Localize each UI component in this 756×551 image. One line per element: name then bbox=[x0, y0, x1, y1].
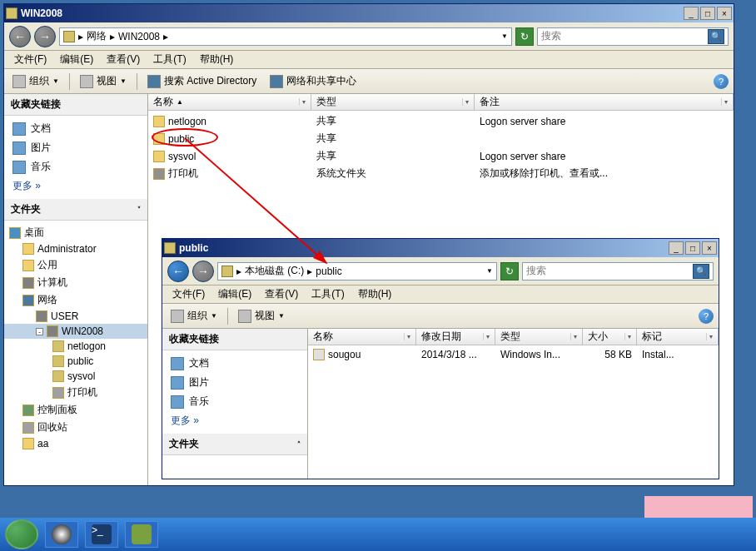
fav-more[interactable]: 更多 » bbox=[162, 411, 307, 430]
col-type[interactable]: 类型▾ bbox=[495, 329, 583, 345]
col-name[interactable]: 名称▲▾ bbox=[148, 94, 311, 110]
start-button[interactable] bbox=[5, 519, 38, 549]
tree-control-panel[interactable]: 控制面板 bbox=[4, 401, 147, 419]
breadcrumb-host[interactable]: WIN2008 bbox=[118, 31, 160, 42]
back-button[interactable]: ← bbox=[9, 26, 31, 47]
file-row-sougou[interactable]: sougou 2014/3/18 ... Windows In... 58 KB… bbox=[308, 347, 719, 362]
close-button[interactable]: × bbox=[702, 241, 717, 255]
help-icon[interactable]: ? bbox=[714, 74, 729, 89]
menu-view[interactable]: 查看(V) bbox=[102, 51, 145, 68]
breadcrumb-network[interactable]: 网络 bbox=[87, 29, 107, 43]
tree-netlogon[interactable]: netlogon bbox=[4, 339, 147, 354]
search-box[interactable]: 搜索 🔍 bbox=[522, 262, 714, 280]
views-icon bbox=[80, 75, 93, 88]
views-button[interactable]: 视图▼ bbox=[77, 72, 130, 90]
control-panel-icon bbox=[22, 405, 34, 416]
col-name[interactable]: 名称▾ bbox=[308, 329, 416, 345]
file-row-public[interactable]: public 共享 bbox=[148, 130, 734, 147]
expand-icon[interactable]: - bbox=[36, 328, 43, 335]
fav-pictures[interactable]: 图片 bbox=[4, 138, 147, 157]
maximize-button[interactable]: □ bbox=[685, 241, 700, 255]
address-bar[interactable]: ▸ 网络 ▸ WIN2008 ▸ ▼ bbox=[59, 27, 512, 46]
menu-help[interactable]: 帮助(H) bbox=[353, 285, 397, 303]
menu-help[interactable]: 帮助(H) bbox=[195, 51, 239, 68]
tree-printers[interactable]: 打印机 bbox=[4, 384, 147, 401]
breadcrumb-folder[interactable]: public bbox=[316, 266, 341, 277]
tree-win2008[interactable]: -WIN2008 bbox=[4, 324, 147, 339]
taskbar: >_ bbox=[0, 518, 756, 551]
maximize-button[interactable]: □ bbox=[700, 7, 715, 20]
network-center-button[interactable]: 网络和共享中心 bbox=[266, 72, 360, 90]
search-button[interactable]: 🔍 bbox=[693, 264, 709, 279]
tree-administrator[interactable]: Administrator bbox=[4, 241, 147, 256]
search-button[interactable]: 🔍 bbox=[708, 29, 724, 44]
forward-button[interactable]: → bbox=[34, 26, 56, 47]
file-row-netlogon[interactable]: netlogon 共享 Logon server share bbox=[148, 112, 734, 130]
file-row-printers[interactable]: 打印机 系统文件夹 添加或移除打印机、查看或... bbox=[148, 165, 734, 182]
tree-user-node[interactable]: USER bbox=[4, 309, 147, 324]
file-row-sysvol[interactable]: sysvol 共享 Logon server share bbox=[148, 147, 734, 165]
tree-recycle-bin[interactable]: 回收站 bbox=[4, 419, 147, 436]
refresh-button[interactable]: ↻ bbox=[500, 262, 519, 280]
help-icon[interactable]: ? bbox=[699, 309, 714, 324]
printer-icon bbox=[52, 387, 64, 399]
fav-more[interactable]: 更多 » bbox=[4, 176, 147, 196]
menu-tools[interactable]: 工具(T) bbox=[306, 285, 349, 303]
refresh-button[interactable]: ↻ bbox=[515, 27, 534, 46]
search-ad-button[interactable]: 搜索 Active Directory bbox=[144, 72, 260, 90]
organize-button[interactable]: 组织▼ bbox=[167, 307, 221, 325]
host-icon bbox=[47, 325, 58, 337]
tree-computer[interactable]: 计算机 bbox=[4, 274, 147, 291]
search-placeholder: 搜索 bbox=[526, 264, 693, 278]
menu-view[interactable]: 查看(V) bbox=[260, 285, 303, 303]
folders-header[interactable]: 文件夹˄ bbox=[162, 434, 307, 455]
col-type[interactable]: 类型▾ bbox=[311, 94, 475, 110]
taskbar-item-vmware[interactable] bbox=[125, 521, 158, 548]
organize-icon bbox=[171, 310, 184, 323]
address-dropdown[interactable]: ▼ bbox=[486, 267, 493, 275]
minimize-button[interactable]: _ bbox=[684, 7, 699, 20]
titlebar-public[interactable]: public _ □ × bbox=[162, 239, 719, 257]
menu-edit[interactable]: 编辑(E) bbox=[55, 51, 98, 68]
tree-sysvol[interactable]: sysvol bbox=[4, 369, 147, 384]
close-button[interactable]: × bbox=[717, 7, 732, 20]
column-headers: 名称▾ 修改日期▾ 类型▾ 大小▾ 标记▾ bbox=[308, 329, 719, 345]
taskbar-item-powershell[interactable]: >_ bbox=[85, 521, 118, 548]
organize-button[interactable]: 组织▼ bbox=[9, 72, 62, 90]
tree-public[interactable]: public bbox=[4, 354, 147, 369]
col-remark[interactable]: 备注▾ bbox=[475, 94, 734, 110]
breadcrumb-disk[interactable]: 本地磁盘 (C:) bbox=[245, 264, 304, 278]
address-bar[interactable]: ▸ 本地磁盘 (C:) ▸ public ▼ bbox=[217, 262, 497, 280]
col-date[interactable]: 修改日期▾ bbox=[416, 329, 495, 345]
tree-public-user[interactable]: 公用 bbox=[4, 256, 147, 274]
menu-edit[interactable]: 编辑(E) bbox=[213, 285, 256, 303]
pictures-icon bbox=[12, 141, 26, 155]
forward-button[interactable]: → bbox=[192, 261, 214, 282]
fav-music[interactable]: 音乐 bbox=[162, 392, 307, 411]
views-button[interactable]: 视图▼ bbox=[235, 307, 288, 325]
minimize-button[interactable]: _ bbox=[669, 241, 684, 255]
taskbar-item-qq[interactable] bbox=[45, 521, 78, 548]
folders-header[interactable]: 文件夹˅ bbox=[4, 199, 147, 221]
search-box[interactable]: 搜索 🔍 bbox=[537, 27, 729, 46]
menu-file[interactable]: 文件(F) bbox=[167, 285, 210, 303]
fav-music[interactable]: 音乐 bbox=[4, 157, 147, 176]
expand-icon[interactable]: ˄ bbox=[297, 440, 301, 448]
tree-desktop[interactable]: 桌面 bbox=[4, 224, 147, 241]
address-dropdown[interactable]: ▼ bbox=[501, 32, 508, 40]
titlebar-main[interactable]: WIN2008 _ □ × bbox=[4, 4, 734, 22]
fav-documents[interactable]: 文档 bbox=[4, 119, 147, 138]
menu-tools[interactable]: 工具(T) bbox=[148, 51, 191, 68]
file-list-pane: 名称▾ 修改日期▾ 类型▾ 大小▾ 标记▾ sougou 2014/3/18 .… bbox=[308, 329, 719, 479]
fav-documents[interactable]: 文档 bbox=[162, 354, 307, 373]
col-size[interactable]: 大小▾ bbox=[583, 329, 637, 345]
share-folder-icon bbox=[153, 133, 165, 145]
menu-file[interactable]: 文件(F) bbox=[9, 51, 52, 68]
col-tags[interactable]: 标记▾ bbox=[637, 329, 719, 345]
tree-network[interactable]: 网络 bbox=[4, 291, 147, 309]
tree-aa[interactable]: aa bbox=[4, 436, 147, 451]
fav-pictures[interactable]: 图片 bbox=[162, 373, 307, 392]
collapse-icon[interactable]: ˅ bbox=[137, 206, 141, 213]
music-icon bbox=[12, 161, 26, 174]
back-button[interactable]: ← bbox=[167, 261, 189, 282]
